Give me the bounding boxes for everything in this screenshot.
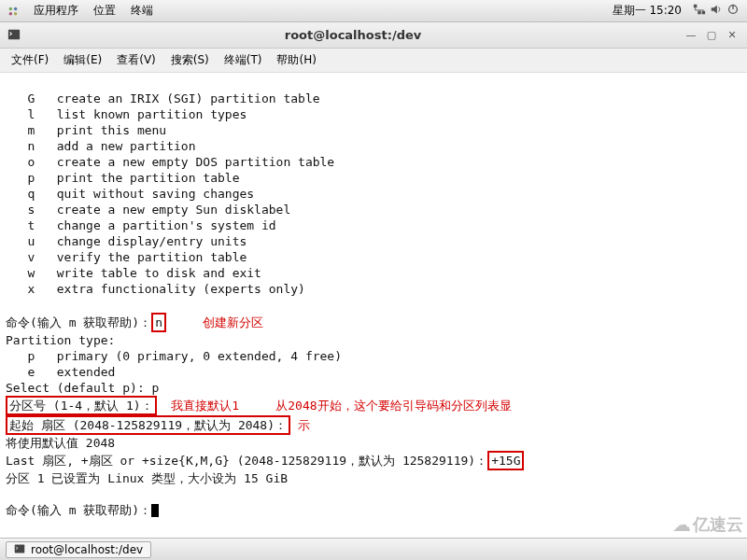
cursor: [151, 504, 159, 517]
svg-point-1: [14, 7, 18, 10]
terminal-window: root@localhost:/dev — ▢ ✕ 文件(F) 编辑(E) 查看…: [0, 22, 747, 538]
annotation-default1: 我直接默认1: [171, 399, 239, 413]
last-sector: Last 扇区, +扇区 or +size{K,M,G} (2048-12582…: [6, 454, 487, 468]
help-line: v verify the partition table: [6, 250, 247, 264]
use-default: 将使用默认值 2048: [6, 436, 115, 450]
window-title: root@localhost:/dev: [28, 28, 678, 42]
terminal-icon: [7, 28, 22, 43]
svg-rect-5: [698, 11, 701, 15]
set-result: 分区 1 已设置为 Linux 类型，大小设为 15 GiB: [6, 471, 288, 485]
menu-applications[interactable]: 应用程序: [26, 3, 86, 19]
menu-edit[interactable]: 编辑(E): [56, 52, 109, 68]
help-line: x extra functionality (experts only): [6, 282, 305, 296]
cmd-prompt2: 命令(输入 m 获取帮助)：: [6, 503, 151, 517]
help-line: w write table to disk and exit: [6, 266, 261, 280]
select-p: Select (default p): p: [6, 381, 159, 395]
help-line: o create a new empty DOS partition table: [6, 155, 334, 169]
annotation-show: 示: [298, 418, 310, 432]
svg-point-0: [9, 7, 13, 10]
menubar: 文件(F) 编辑(E) 查看(V) 搜索(S) 终端(T) 帮助(H): [0, 49, 747, 73]
power-icon[interactable]: [725, 3, 741, 19]
menu-places[interactable]: 位置: [86, 3, 123, 19]
ptype-p: p primary (0 primary, 0 extended, 4 free…: [6, 349, 342, 363]
svg-rect-4: [694, 5, 698, 8]
menu-file[interactable]: 文件(F): [4, 52, 56, 68]
cloud-icon: ☁: [672, 513, 691, 536]
svg-point-2: [9, 11, 13, 15]
ptype-header: Partition type:: [6, 333, 115, 347]
titlebar[interactable]: root@localhost:/dev — ▢ ✕: [0, 22, 747, 49]
help-line: s create a new empty Sun disklabel: [6, 203, 290, 217]
start-sector-box: 起始 扇区 (2048-125829119，默认为 2048)：: [6, 415, 290, 435]
terminal-icon: [14, 543, 27, 556]
help-line: G create an IRIX (SGI) partition table: [6, 91, 320, 105]
svg-point-3: [14, 11, 18, 15]
help-line: q quit without saving changes: [6, 187, 254, 201]
input-n: n: [151, 313, 166, 332]
help-line: m print this menu: [6, 123, 166, 137]
svg-rect-9: [8, 29, 20, 39]
help-line: l list known partition types: [6, 107, 247, 121]
cmd-prompt: 命令(输入 m 获取帮助)：: [6, 315, 151, 329]
annotation-from2048: 从2048开始，这个要给引导码和分区列表显: [275, 399, 511, 413]
ptype-e: e extended: [6, 365, 115, 379]
apps-icon: [6, 4, 21, 19]
taskbar: root@localhost:/dev: [0, 538, 747, 560]
help-line: t change a partition's system id: [6, 218, 276, 232]
clock[interactable]: 星期一 15:20: [613, 3, 682, 19]
menu-search[interactable]: 搜索(S): [163, 52, 217, 68]
close-button[interactable]: ✕: [725, 28, 740, 43]
svg-rect-10: [15, 544, 25, 553]
menu-terminal[interactable]: 终端(T): [217, 52, 270, 68]
size-input: +15G: [487, 451, 524, 470]
taskbar-item-label: root@localhost:/dev: [31, 543, 143, 556]
partnum-box: 分区号 (1-4，默认 1)：: [6, 396, 157, 415]
annotation-create: 创建新分区: [203, 315, 263, 329]
help-line: u change display/entry units: [6, 234, 247, 248]
minimize-button[interactable]: —: [684, 28, 698, 43]
watermark: ☁亿速云: [672, 513, 743, 536]
top-panel: 应用程序 位置 终端 星期一 15:20: [0, 0, 747, 22]
volume-icon[interactable]: [708, 3, 725, 19]
menu-terminal[interactable]: 终端: [123, 3, 161, 19]
taskbar-item-terminal[interactable]: root@localhost:/dev: [6, 541, 151, 558]
network-icon[interactable]: [691, 3, 708, 19]
menu-help[interactable]: 帮助(H): [269, 52, 323, 68]
help-line: p print the partition table: [6, 171, 239, 185]
maximize-button[interactable]: ▢: [704, 28, 719, 43]
terminal-output[interactable]: G create an IRIX (SGI) partition table l…: [0, 73, 747, 538]
svg-rect-6: [702, 11, 706, 15]
menu-view[interactable]: 查看(V): [109, 52, 163, 68]
help-line: n add a new partition: [6, 139, 196, 153]
